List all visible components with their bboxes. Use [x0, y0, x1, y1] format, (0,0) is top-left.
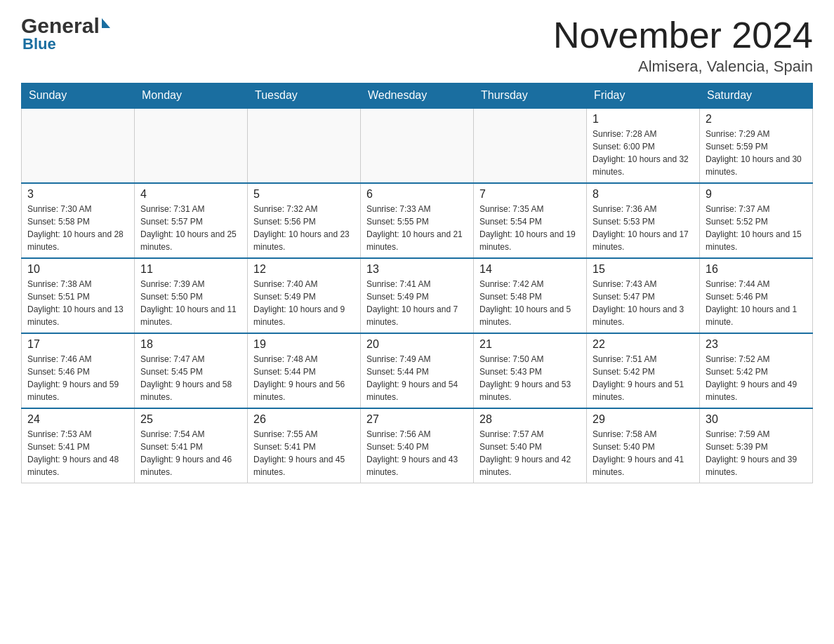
- calendar-cell: 28Sunrise: 7:57 AMSunset: 5:40 PMDayligh…: [474, 408, 587, 483]
- day-info: Sunrise: 7:56 AMSunset: 5:40 PMDaylight:…: [366, 428, 468, 478]
- day-number: 23: [706, 338, 807, 351]
- calendar-cell: 13Sunrise: 7:41 AMSunset: 5:49 PMDayligh…: [361, 258, 474, 333]
- day-info: Sunrise: 7:59 AMSunset: 5:39 PMDaylight:…: [706, 428, 807, 478]
- calendar-cell: 2Sunrise: 7:29 AMSunset: 5:59 PMDaylight…: [700, 108, 813, 183]
- day-info: Sunrise: 7:58 AMSunset: 5:40 PMDaylight:…: [593, 428, 694, 478]
- day-number: 11: [140, 263, 241, 276]
- calendar-cell: 29Sunrise: 7:58 AMSunset: 5:40 PMDayligh…: [587, 408, 700, 483]
- day-info: Sunrise: 7:31 AMSunset: 5:57 PMDaylight:…: [140, 203, 241, 253]
- day-info: Sunrise: 7:33 AMSunset: 5:55 PMDaylight:…: [366, 203, 468, 253]
- calendar-week-row: 3Sunrise: 7:30 AMSunset: 5:58 PMDaylight…: [22, 183, 813, 258]
- col-header-sunday: Sunday: [22, 83, 135, 109]
- day-number: 1: [593, 113, 694, 126]
- day-info: Sunrise: 7:36 AMSunset: 5:53 PMDaylight:…: [593, 203, 694, 253]
- calendar-cell: 19Sunrise: 7:48 AMSunset: 5:44 PMDayligh…: [248, 333, 361, 408]
- day-info: Sunrise: 7:29 AMSunset: 5:59 PMDaylight:…: [706, 128, 807, 178]
- day-info: Sunrise: 7:44 AMSunset: 5:46 PMDaylight:…: [706, 278, 807, 328]
- day-info: Sunrise: 7:32 AMSunset: 5:56 PMDaylight:…: [253, 203, 355, 253]
- day-number: 13: [366, 263, 468, 276]
- day-number: 18: [140, 338, 241, 351]
- day-number: 8: [593, 188, 694, 201]
- day-number: 22: [593, 338, 694, 351]
- calendar-cell: 16Sunrise: 7:44 AMSunset: 5:46 PMDayligh…: [700, 258, 813, 333]
- day-number: 3: [27, 188, 128, 201]
- day-number: 26: [253, 413, 355, 426]
- calendar-cell: 8Sunrise: 7:36 AMSunset: 5:53 PMDaylight…: [587, 183, 700, 258]
- day-number: 9: [706, 188, 807, 201]
- calendar-cell: 15Sunrise: 7:43 AMSunset: 5:47 PMDayligh…: [587, 258, 700, 333]
- day-info: Sunrise: 7:51 AMSunset: 5:42 PMDaylight:…: [593, 353, 694, 403]
- calendar-cell: 23Sunrise: 7:52 AMSunset: 5:42 PMDayligh…: [700, 333, 813, 408]
- calendar-cell: 14Sunrise: 7:42 AMSunset: 5:48 PMDayligh…: [474, 258, 587, 333]
- day-info: Sunrise: 7:53 AMSunset: 5:41 PMDaylight:…: [27, 428, 128, 478]
- calendar-cell: [474, 108, 587, 183]
- day-number: 17: [27, 338, 128, 351]
- calendar-cell: 20Sunrise: 7:49 AMSunset: 5:44 PMDayligh…: [361, 333, 474, 408]
- calendar-cell: 7Sunrise: 7:35 AMSunset: 5:54 PMDaylight…: [474, 183, 587, 258]
- month-title: November 2024: [553, 14, 813, 56]
- calendar-week-row: 1Sunrise: 7:28 AMSunset: 6:00 PMDaylight…: [22, 108, 813, 183]
- col-header-thursday: Thursday: [474, 83, 587, 109]
- logo-general-text: General: [21, 14, 100, 38]
- calendar-cell: 22Sunrise: 7:51 AMSunset: 5:42 PMDayligh…: [587, 333, 700, 408]
- day-number: 20: [366, 338, 468, 351]
- calendar-table: SundayMondayTuesdayWednesdayThursdayFrid…: [21, 83, 813, 483]
- logo: General Blue: [21, 14, 110, 53]
- calendar-cell: 5Sunrise: 7:32 AMSunset: 5:56 PMDaylight…: [248, 183, 361, 258]
- calendar-cell: 3Sunrise: 7:30 AMSunset: 5:58 PMDaylight…: [22, 183, 135, 258]
- day-info: Sunrise: 7:40 AMSunset: 5:49 PMDaylight:…: [253, 278, 355, 328]
- calendar-week-row: 10Sunrise: 7:38 AMSunset: 5:51 PMDayligh…: [22, 258, 813, 333]
- day-number: 27: [366, 413, 468, 426]
- day-info: Sunrise: 7:49 AMSunset: 5:44 PMDaylight:…: [366, 353, 468, 403]
- location-text: Almisera, Valencia, Spain: [553, 58, 813, 76]
- day-info: Sunrise: 7:50 AMSunset: 5:43 PMDaylight:…: [479, 353, 581, 403]
- col-header-saturday: Saturday: [700, 83, 813, 109]
- day-info: Sunrise: 7:42 AMSunset: 5:48 PMDaylight:…: [479, 278, 581, 328]
- calendar-cell: 24Sunrise: 7:53 AMSunset: 5:41 PMDayligh…: [22, 408, 135, 483]
- day-info: Sunrise: 7:48 AMSunset: 5:44 PMDaylight:…: [253, 353, 355, 403]
- day-number: 12: [253, 263, 355, 276]
- page-header: General Blue November 2024 Almisera, Val…: [21, 14, 813, 76]
- day-info: Sunrise: 7:55 AMSunset: 5:41 PMDaylight:…: [253, 428, 355, 478]
- calendar-cell: 11Sunrise: 7:39 AMSunset: 5:50 PMDayligh…: [135, 258, 248, 333]
- col-header-tuesday: Tuesday: [248, 83, 361, 109]
- col-header-friday: Friday: [587, 83, 700, 109]
- calendar-cell: 1Sunrise: 7:28 AMSunset: 6:00 PMDaylight…: [587, 108, 700, 183]
- day-number: 16: [706, 263, 807, 276]
- logo-blue-text: Blue: [21, 35, 56, 53]
- calendar-cell: 6Sunrise: 7:33 AMSunset: 5:55 PMDaylight…: [361, 183, 474, 258]
- calendar-cell: 27Sunrise: 7:56 AMSunset: 5:40 PMDayligh…: [361, 408, 474, 483]
- calendar-cell: 12Sunrise: 7:40 AMSunset: 5:49 PMDayligh…: [248, 258, 361, 333]
- day-info: Sunrise: 7:52 AMSunset: 5:42 PMDaylight:…: [706, 353, 807, 403]
- day-number: 4: [140, 188, 241, 201]
- day-info: Sunrise: 7:35 AMSunset: 5:54 PMDaylight:…: [479, 203, 581, 253]
- calendar-cell: 26Sunrise: 7:55 AMSunset: 5:41 PMDayligh…: [248, 408, 361, 483]
- day-number: 2: [706, 113, 807, 126]
- logo-arrow-icon: [102, 18, 110, 28]
- calendar-week-row: 24Sunrise: 7:53 AMSunset: 5:41 PMDayligh…: [22, 408, 813, 483]
- day-number: 14: [479, 263, 581, 276]
- day-number: 29: [593, 413, 694, 426]
- day-info: Sunrise: 7:38 AMSunset: 5:51 PMDaylight:…: [27, 278, 128, 328]
- day-number: 24: [27, 413, 128, 426]
- day-info: Sunrise: 7:28 AMSunset: 6:00 PMDaylight:…: [593, 128, 694, 178]
- day-info: Sunrise: 7:47 AMSunset: 5:45 PMDaylight:…: [140, 353, 241, 403]
- calendar-cell: 18Sunrise: 7:47 AMSunset: 5:45 PMDayligh…: [135, 333, 248, 408]
- calendar-cell: 30Sunrise: 7:59 AMSunset: 5:39 PMDayligh…: [700, 408, 813, 483]
- day-number: 6: [366, 188, 468, 201]
- day-info: Sunrise: 7:39 AMSunset: 5:50 PMDaylight:…: [140, 278, 241, 328]
- calendar-cell: [22, 108, 135, 183]
- day-info: Sunrise: 7:54 AMSunset: 5:41 PMDaylight:…: [140, 428, 241, 478]
- day-number: 25: [140, 413, 241, 426]
- calendar-cell: [361, 108, 474, 183]
- calendar-cell: [248, 108, 361, 183]
- col-header-monday: Monday: [135, 83, 248, 109]
- calendar-cell: 25Sunrise: 7:54 AMSunset: 5:41 PMDayligh…: [135, 408, 248, 483]
- day-info: Sunrise: 7:57 AMSunset: 5:40 PMDaylight:…: [479, 428, 581, 478]
- calendar-cell: 17Sunrise: 7:46 AMSunset: 5:46 PMDayligh…: [22, 333, 135, 408]
- day-number: 19: [253, 338, 355, 351]
- calendar-cell: 21Sunrise: 7:50 AMSunset: 5:43 PMDayligh…: [474, 333, 587, 408]
- calendar-cell: 10Sunrise: 7:38 AMSunset: 5:51 PMDayligh…: [22, 258, 135, 333]
- col-header-wednesday: Wednesday: [361, 83, 474, 109]
- calendar-cell: 9Sunrise: 7:37 AMSunset: 5:52 PMDaylight…: [700, 183, 813, 258]
